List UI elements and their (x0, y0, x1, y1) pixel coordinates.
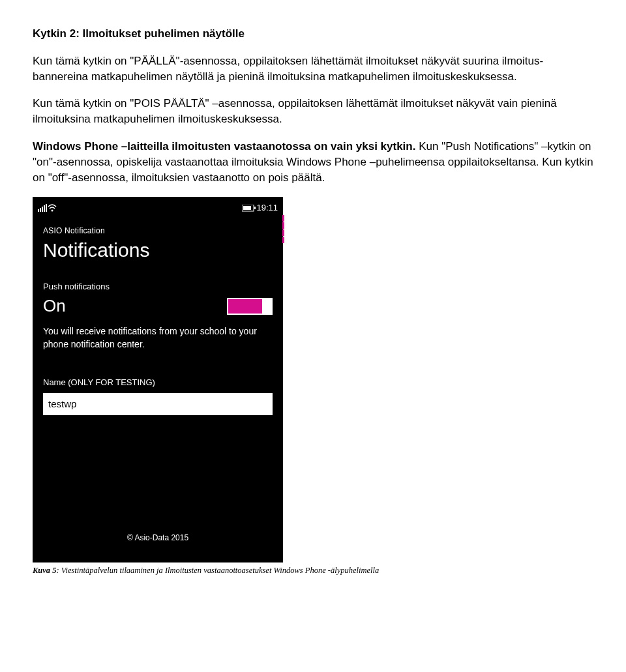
app-name: ASIO Notification (33, 216, 283, 237)
battery-icon (242, 205, 256, 212)
toggle-description: You will receive notifications from your… (33, 318, 283, 351)
name-input-label: Name (ONLY FOR TESTING) (43, 377, 273, 392)
svg-point-5 (52, 210, 53, 212)
svg-rect-0 (38, 209, 39, 212)
section-heading: Kytkin 2: Ilmoitukset puhelimen näytölle (33, 26, 593, 42)
svg-rect-3 (44, 205, 45, 212)
figure-caption: Kuva 5: Viestintäpalvelun tilaaminen ja … (33, 565, 593, 577)
paragraph-1: Kun tämä kytkin on "PÄÄLLÄ"-asennossa, o… (33, 53, 593, 85)
status-bar: 19:11 (33, 197, 283, 216)
signal-icon (38, 204, 47, 212)
svg-rect-2 (42, 207, 43, 212)
push-toggle-row: On (33, 294, 283, 317)
name-input[interactable] (43, 393, 273, 415)
push-toggle[interactable] (227, 298, 273, 315)
phone-screenshot: 19:11 ASIO Notification Notifications Pu… (33, 197, 283, 562)
wifi-icon (47, 204, 57, 212)
phone-page-title: Notifications (33, 237, 283, 269)
caption-rest: : Viestintäpalvelun tilaaminen ja Ilmoit… (56, 566, 379, 575)
svg-rect-7 (243, 206, 251, 210)
paragraph-3: Windows Phone –laitteilla ilmoitusten va… (33, 139, 593, 185)
svg-rect-1 (40, 208, 41, 212)
status-time: 19:11 (256, 202, 278, 214)
paragraph-2: Kun tämä kytkin on "POIS PÄÄLTÄ" –asenno… (33, 96, 593, 127)
caption-prefix: Kuva 5 (33, 566, 56, 575)
toggle-state-text: On (43, 294, 216, 317)
paragraph-3-bold: Windows Phone –laitteilla ilmoitusten va… (33, 140, 415, 153)
svg-rect-8 (254, 207, 256, 209)
phone-copyright: © Asio-Data 2015 (33, 526, 283, 544)
toggle-knob (262, 298, 273, 315)
side-marks (282, 215, 284, 243)
push-notifications-label: Push notifications (33, 269, 283, 294)
